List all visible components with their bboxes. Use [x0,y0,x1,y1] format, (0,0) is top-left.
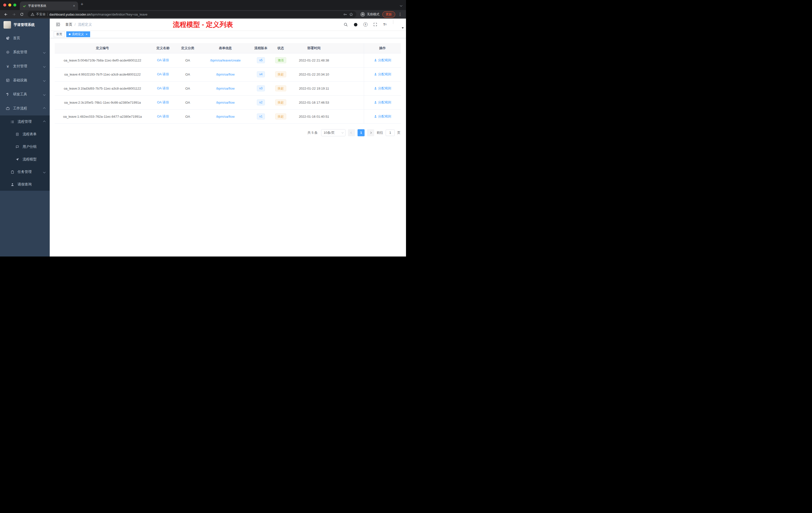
minimize-window-button[interactable] [8,3,11,6]
goto-page-input[interactable] [386,129,395,136]
header-form-info: 表单信息 [200,43,251,53]
cell-definition-id: oa_leave:2:3c1f0ef1-76b1-11ec-9c66-a2380… [55,95,150,110]
github-icon[interactable] [353,22,358,27]
cell-deploy-time: 2022-01-22 20:34:10 [291,67,337,81]
cell-filler [337,53,364,67]
total-count-label: 共 5 条 [308,130,318,135]
browser-menu-icon[interactable]: ⋮ [397,12,404,17]
form-link[interactable]: /bpm/oa/flow [216,87,235,90]
sidebar-item-infrastructure[interactable]: 基础设施 [0,73,50,87]
chevron-down-icon [43,51,46,54]
user-avatar[interactable] [393,20,402,29]
table-row: oa_leave:5:004b710b-7b8a-11ec-8ef0-acde4… [55,53,401,67]
version-badge: v5 [257,57,265,63]
cell-filler [337,81,364,95]
table-body: oa_leave:5:004b710b-7b8a-11ec-8ef0-acde4… [55,53,401,123]
definition-name-link[interactable]: OA 请假 [157,72,169,76]
assign-rule-link[interactable]: 分配规则 [374,114,391,119]
sidebar-item-system-management[interactable]: 系统管理 [0,45,50,59]
page-size-select[interactable]: 10条/页 [321,129,346,136]
assign-rule-link[interactable]: 分配规则 [374,100,391,105]
back-icon[interactable] [2,11,9,18]
tag-process-definition[interactable]: 流程定义 × [66,31,90,37]
update-browser-button[interactable]: 更新 [382,11,395,18]
cell-deploy-time: 2022-01-16 01:40:51 [291,110,337,123]
url-bar[interactable]: 不安全 dashboard.yudao.iocoder.cn/bpm/manag… [28,11,356,18]
sidebar-toggle-icon[interactable] [54,20,62,29]
bookmark-star-icon[interactable] [349,12,353,17]
cell-filler [337,67,364,81]
forward-icon[interactable] [10,11,17,18]
close-window-button[interactable] [3,3,6,6]
cell-definition-id: oa_leave:5:004b710b-7b8a-11ec-8ef0-acde4… [55,53,150,67]
font-size-icon[interactable]: TT [382,22,388,27]
goto-suffix-label: 页 [397,130,401,135]
assign-rule-link[interactable]: 分配规则 [374,72,391,77]
table-row: oa_leave:2:3c1f0ef1-76b1-11ec-9c66-a2380… [55,95,401,110]
security-label: 不安全 [36,12,46,17]
navbar-tools: ? TT [343,20,402,29]
active-tag-dot [69,33,70,35]
assign-rule-link[interactable]: 分配规则 [374,86,391,91]
chevron-down-icon [43,65,46,67]
breadcrumb-current: 流程定义 [78,22,92,27]
workflow-submenu: 流程管理 流程表单 用户分组 [0,116,50,191]
sidebar-item-user-group[interactable]: 用户分组 [0,141,50,153]
chevron-up-icon [43,107,46,110]
help-icon[interactable]: ? [362,22,368,27]
sidebar-item-leave-query[interactable]: 请假查询 [0,178,50,191]
maximize-window-button[interactable] [13,3,16,6]
sidebar-item-dev-tools[interactable]: 研发工具 [0,87,50,101]
chevron-down-icon [43,171,46,173]
page-banner: 流程模型 - 定义列表 [173,20,233,29]
definition-table: 定义编号 定义名称 定义分类 表单信息 流程版本 状态 部署时间 操作 oa_l… [55,43,401,124]
chat-bubble-icon [15,145,20,149]
definition-name-link[interactable]: OA 请假 [157,100,169,104]
sidebar-item-process-form[interactable]: 流程表单 [0,128,50,141]
url-text: dashboard.yudao.iocoder.cn/bpm/manager/d… [50,12,342,16]
brand-title: 芋道管理系统 [13,23,35,27]
yen-icon: ¥ [5,64,10,68]
password-key-icon[interactable] [343,12,347,17]
tab-search-icon[interactable] [400,3,402,7]
sidebar-item-process-model[interactable]: 流程模型 [0,153,50,165]
next-page-button[interactable] [367,129,374,136]
reload-icon[interactable] [19,11,25,18]
header-status: 状态 [271,43,291,53]
form-link[interactable]: /bpm/oa/flow [216,72,235,76]
prev-page-button[interactable] [348,129,355,136]
new-tab-button[interactable]: + [81,1,83,7]
browser-tab[interactable]: 芋道管理系统 × [20,1,78,10]
status-badge: 挂起 [275,99,286,105]
sidebar-item-home[interactable]: 首页 [0,31,50,45]
form-link[interactable]: /bpm/oa/flow [216,101,235,104]
fullscreen-icon[interactable] [372,22,378,27]
cell-filler [337,95,364,110]
definition-name-link[interactable]: OA 请假 [157,58,169,62]
sidebar-item-process-management[interactable]: 流程管理 [0,116,50,128]
person-icon [10,182,14,187]
header-category: 定义分类 [176,43,200,53]
sidebar-item-payment-management[interactable]: ¥ 支付管理 [0,59,50,73]
search-icon[interactable] [343,22,348,27]
avatar-dropdown-caret-icon [402,27,404,29]
page-1-button[interactable]: 1 [357,129,365,136]
incognito-label: 无痕模式 [367,12,379,17]
breadcrumb-home[interactable]: 首页 [65,22,72,27]
briefcase-icon [5,106,10,111]
status-badge: 挂起 [275,85,286,92]
tag-close-icon[interactable]: × [86,33,88,36]
header-version: 流程版本 [251,43,271,53]
definition-name-link[interactable]: OA 请假 [157,86,169,90]
tags-view: 首页 流程定义 × [50,30,406,38]
form-link[interactable]: /bpm/oa/leave/create [210,58,240,62]
sidebar-item-task-management[interactable]: 任务管理 [0,165,50,178]
tag-home[interactable]: 首页 [54,31,65,37]
definition-name-link[interactable]: OA 请假 [157,115,169,118]
form-link[interactable]: /bpm/oa/flow [216,115,235,118]
browser-toolbar: 不安全 dashboard.yudao.iocoder.cn/bpm/manag… [0,10,406,19]
chevron-down-icon [43,93,46,96]
sidebar-item-workflow[interactable]: 工作流程 [0,101,50,116]
assign-rule-link[interactable]: 分配规则 [374,58,391,62]
tab-close-icon[interactable]: × [72,4,76,8]
